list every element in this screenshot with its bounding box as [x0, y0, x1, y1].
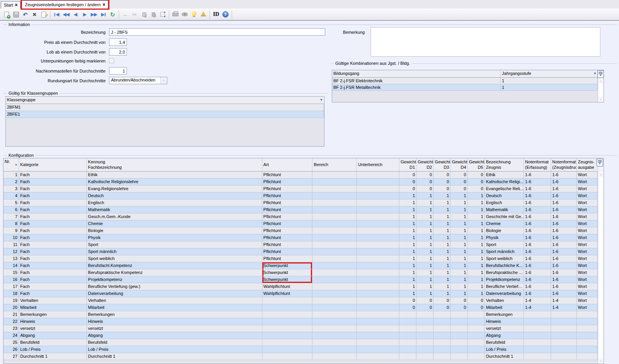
konfiguration-row[interactable]: 14FachBerufsfachl.KompetenzSchwerpunkt11… — [3, 262, 598, 269]
column-header-notenformat-zeugnisdruck-[interactable]: Notenformat(Zeugnisdruck) — [551, 158, 577, 171]
column-header-nr-[interactable]: Nr.▲ — [3, 158, 19, 171]
new-record-icon[interactable]: + — [2, 10, 11, 19]
lightbulb-icon[interactable] — [190, 10, 198, 19]
tab-zeugniseinstellungen[interactable]: Zeugniseinstellungen festlegen / ändern … — [22, 0, 108, 9]
konfiguration-row[interactable]: 23versetztversetztversetzt — [3, 325, 598, 332]
cell — [357, 227, 399, 234]
cell: 1 — [433, 220, 451, 227]
konfiguration-row[interactable]: 26Lob / PreisLob / PreisLob / Preis — [3, 346, 598, 353]
print-icon[interactable] — [171, 10, 180, 19]
last-record-icon[interactable]: ▶ — [99, 10, 108, 19]
filter-arrow-icon[interactable]: ▼ — [320, 98, 323, 102]
back-arrow-icon[interactable]: ← — [121, 10, 130, 19]
nachkommastellen-input[interactable] — [109, 67, 127, 75]
cut-icon[interactable]: ✂ — [130, 10, 139, 19]
column-header-art[interactable]: Art — [262, 158, 313, 171]
column-header-gewicht-d4[interactable]: GewichtD4 — [451, 158, 468, 171]
konfiguration-row[interactable]: 13FachSport weiblichPflichtunt11111Sport… — [3, 255, 598, 262]
konfiguration-row[interactable]: 5FachEnglischPflichtunt11111Englisch1-61… — [3, 199, 598, 206]
paste-icon[interactable] — [149, 10, 158, 19]
konfiguration-scrollbar[interactable]: ∧ ∨ — [598, 158, 603, 364]
copy-icon[interactable] — [140, 10, 148, 19]
column-header-klassengruppe[interactable]: Klassengruppe▼ — [6, 97, 324, 104]
konfiguration-row[interactable]: 25BerufsfeldBerufsfeldBerufsfeld — [3, 339, 598, 346]
konfiguration-row[interactable]: 24AbgangAbgangAbgang — [3, 332, 598, 339]
lob-input[interactable] — [109, 48, 127, 55]
close-icon[interactable]: × — [15, 3, 17, 7]
fast-forward-icon[interactable]: ▶▶ — [90, 10, 98, 19]
column-header-jahrgangsstufe[interactable]: Jahrgangsstufe▼ — [501, 70, 598, 77]
first-record-icon[interactable]: ◀ — [52, 10, 61, 19]
column-header-gewicht-d3[interactable]: GewichtD3 — [433, 158, 451, 171]
cell: 1 — [433, 283, 451, 290]
kombination-row[interactable]: BF 2-j.FSR Metalltechnik1 — [332, 84, 598, 91]
save-icon[interactable] — [12, 10, 20, 19]
konfiguration-row[interactable]: 19VerhaltenVerhalten00000Verhalten1-41-4… — [3, 297, 598, 304]
preis-input[interactable] — [109, 38, 127, 46]
previous-record-icon[interactable]: ◀ — [71, 10, 80, 19]
column-chooser-button[interactable]: ▼ — [597, 70, 604, 78]
konfiguration-row[interactable]: 3FachEvang.ReligionslehrePflichtunt00000… — [3, 185, 598, 192]
konfiguration-row[interactable]: 22HinweisHinweisHinweis — [3, 318, 598, 325]
tab-start[interactable]: Start × — [1, 1, 21, 9]
cell: Pflichtunt — [262, 220, 313, 227]
id-button[interactable]: ID — [212, 10, 220, 19]
konfiguration-row[interactable]: 27Durchschnitt 1Durchschnitt 1Durchschni… — [3, 353, 598, 360]
kombination-row[interactable]: BF 2-j.FSR Elektrotechnik1 — [332, 78, 598, 84]
undo-icon[interactable]: ↶ — [21, 10, 29, 19]
scroll-up-icon[interactable]: ∧ — [598, 172, 603, 177]
export-icon[interactable] — [180, 10, 189, 19]
konfiguration-row[interactable]: 6FachMathematikPflichtunt11111Mathematik… — [3, 206, 598, 213]
klassengruppe-row[interactable]: 2BFM1 — [6, 104, 324, 111]
konfiguration-row[interactable]: 7FachGesch.m.Gem.-KundePflichtunt11111Ge… — [3, 213, 598, 220]
bemerkung-textarea[interactable] — [371, 27, 600, 57]
scroll-up-icon[interactable]: ∧ — [598, 78, 603, 84]
klassengruppe-row-selected[interactable]: 2BFE1 — [6, 111, 324, 118]
chevron-down-icon[interactable]: ∨ — [160, 77, 167, 84]
konfiguration-row[interactable]: 18FachDatenverarbeitungWahlpflichtunt111… — [3, 290, 598, 297]
refresh-icon[interactable]: ↻ — [108, 10, 117, 19]
filter-arrow-icon[interactable]: ▼ — [593, 72, 596, 76]
konfiguration-row[interactable]: 10FachPhysikPflichtunt11111Physik1-61-6W… — [3, 234, 598, 241]
cell: 1-6 — [551, 220, 577, 227]
column-header-kennung-fachbezeichnung[interactable]: KennungFachbezeichnung — [87, 158, 262, 171]
rundungsart-select[interactable]: Abrunden/Abschneiden ∨ — [109, 77, 167, 84]
fast-backward-icon[interactable]: ◀◀ — [62, 10, 70, 19]
edit-icon[interactable]: ✎ — [40, 10, 48, 19]
column-header-gewicht-d2[interactable]: GewichtD2 — [416, 158, 433, 171]
column-header-bereich[interactable]: Bereich — [312, 158, 357, 171]
close-icon[interactable]: × — [102, 3, 105, 7]
column-header-kategorie[interactable]: Kategorie — [19, 158, 87, 171]
konfiguration-row[interactable]: 15FachBerufspraktische KompetenzSchwerpu… — [3, 269, 598, 276]
konfiguration-row[interactable]: 16FachProjektkompetenzSchwerpunkt11111Pr… — [3, 276, 598, 283]
next-record-icon[interactable]: ▶ — [80, 10, 89, 19]
scroll-down-icon[interactable]: ∨ — [598, 358, 603, 364]
konfiguration-row[interactable]: 9FachBiologiePflichtunt11111Biologie1-61… — [3, 227, 598, 234]
konfiguration-row[interactable]: 2FachKatholische ReligionslehrePflichtun… — [3, 179, 598, 185]
bell-icon[interactable] — [199, 10, 208, 19]
konfiguration-row[interactable]: 21BemerkungenBemerkungenBemerkungen — [3, 311, 598, 318]
column-header-zeugnis-ausgabe[interactable]: Zeugnis-ausgabe — [577, 158, 598, 171]
column-header-bezeichnung-zeugnis[interactable]: BezeichnungZeugnis — [485, 158, 524, 171]
konfiguration-row[interactable]: 8FachChemiePflichtunt11111Chemie1-61-6Wo… — [3, 220, 598, 227]
column-header-notenformat-erfassung-[interactable]: Notenformat(Erfassung) — [524, 158, 551, 171]
delete-icon[interactable]: ✖ — [30, 10, 39, 19]
help-icon[interactable]: ? — [221, 10, 230, 19]
cell: 9 — [3, 227, 19, 234]
konfiguration-row[interactable]: 1FachEthikPflichtunt00000Ethik1-61-6Wort — [3, 172, 598, 179]
column-header-gewicht-d1[interactable]: GewichtD1 — [399, 158, 416, 171]
scroll-down-icon[interactable]: ∨ — [598, 96, 603, 102]
konfiguration-row[interactable]: 12FachSport männlichPflichtunt11111Sport… — [3, 248, 598, 255]
konfiguration-row[interactable]: 20MitarbeitMitarbeit00000Mitarbeit1-41-4… — [3, 304, 598, 311]
select-region-icon[interactable] — [158, 10, 167, 19]
unterpunktungen-checkbox[interactable] — [109, 58, 114, 63]
konfiguration-row[interactable]: 11FachSportPflichtunt11111Sport1-61-6Wor… — [3, 241, 598, 248]
konfiguration-row[interactable]: 17FachBerufliche Vertiefung (gew.)Wahlpf… — [3, 283, 598, 290]
column-header-bildungsgang[interactable]: Bildungsgang — [332, 70, 501, 77]
column-header-gewicht-d5[interactable]: GewichtD5 — [468, 158, 485, 171]
column-chooser-button[interactable]: ▼ — [596, 159, 603, 166]
konfiguration-row[interactable]: 4FachDeutschPflichtunt11111Deutsch1-61-6… — [3, 192, 598, 199]
column-header-unterbereich[interactable]: Unterbereich — [357, 158, 399, 171]
cell: 0 — [451, 179, 468, 185]
bezeichnung-input[interactable] — [109, 28, 325, 36]
